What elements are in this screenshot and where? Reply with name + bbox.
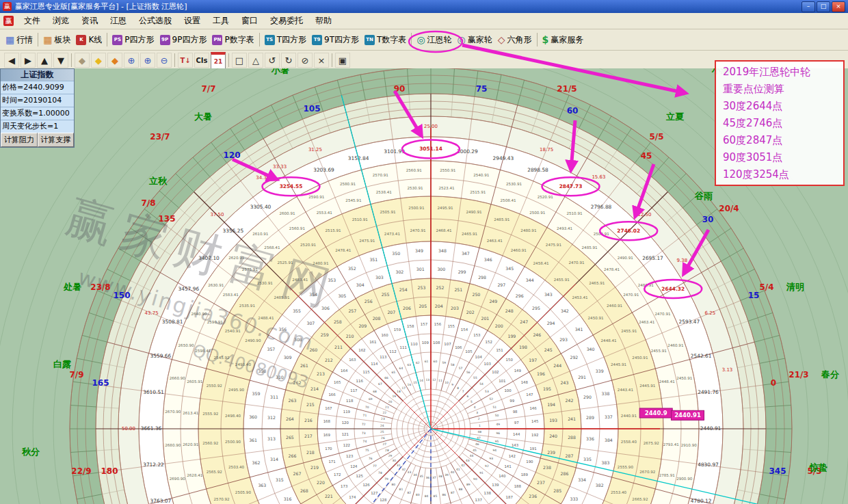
svg-text:2560.91: 2560.91 — [289, 226, 306, 230]
svg-text:2495.91: 2495.91 — [438, 206, 454, 210]
toolbar-button-赢家轮[interactable]: ◎赢家轮 — [455, 33, 495, 47]
rotate-right-icon[interactable]: ↻ — [281, 53, 296, 68]
svg-text:3712.22: 3712.22 — [143, 462, 164, 468]
svg-text:119: 119 — [343, 410, 351, 414]
rotate-left-icon[interactable]: ↺ — [265, 53, 280, 68]
menu-item-2[interactable]: 资讯 — [75, 13, 104, 29]
calc-support-button[interactable]: 计算支撑 — [38, 133, 75, 147]
svg-text:103: 103 — [484, 362, 491, 366]
svg-text:208: 208 — [373, 316, 381, 321]
menu-item-4[interactable]: 公式选股 — [133, 13, 178, 29]
toolbar-button-P数字表[interactable]: PNP数字表 — [209, 33, 256, 47]
svg-text:192: 192 — [531, 433, 538, 437]
no-draw-icon[interactable]: ⊘ — [297, 53, 313, 68]
annotation-line-3: 45度2746点 — [723, 115, 843, 132]
minimize-button[interactable]: – — [801, 1, 815, 12]
menu-item-3[interactable]: 江恩 — [104, 13, 133, 29]
svg-text:215: 215 — [306, 402, 315, 407]
svg-text:12: 12 — [432, 378, 436, 382]
svg-text:37.50: 37.50 — [210, 212, 224, 217]
svg-text:150: 150 — [506, 358, 514, 362]
svg-text:256: 256 — [365, 299, 373, 304]
svg-text:291: 291 — [578, 375, 586, 380]
info-row-0: 价格=2440.9099 — [1, 81, 74, 94]
rect-tool-icon[interactable]: □ — [232, 53, 247, 68]
svg-text:384: 384 — [605, 438, 613, 442]
svg-text:2949.43: 2949.43 — [493, 155, 514, 161]
svg-text:157: 157 — [421, 322, 427, 326]
svg-text:199: 199 — [507, 334, 516, 339]
menu-bar: 赢 文件浏览资讯江恩公式选股设置工具窗口交易委托帮助 — [0, 13, 848, 29]
svg-text:83: 83 — [416, 493, 420, 496]
svg-text:154: 154 — [461, 328, 468, 332]
svg-text:305: 305 — [338, 293, 346, 298]
svg-text:92: 92 — [485, 464, 489, 468]
select-region-icon[interactable]: ▣ — [335, 53, 350, 68]
delete-tool-icon[interactable]: × — [314, 53, 329, 68]
svg-text:168: 168 — [323, 419, 331, 423]
svg-text:2455.91: 2455.91 — [651, 349, 667, 353]
diamond-grey-icon[interactable]: ◆ — [75, 53, 90, 68]
close-button[interactable]: × — [832, 1, 845, 12]
svg-text:2535.91: 2535.91 — [239, 304, 256, 308]
toolbar-separator — [537, 33, 538, 47]
svg-text:166: 166 — [328, 393, 336, 397]
diamond-orange-icon[interactable]: ◆ — [107, 53, 122, 68]
svg-text:2491.76: 2491.76 — [698, 389, 719, 395]
menu-item-9[interactable]: 帮助 — [309, 13, 338, 29]
toolbar-button-行情[interactable]: ▦行情 — [3, 33, 36, 47]
menu-item-8[interactable]: 交易委托 — [264, 13, 309, 29]
nav-right-icon[interactable]: ▶ — [21, 53, 36, 68]
svg-text:2503.40: 2503.40 — [228, 465, 245, 469]
toolbar-button-9T四方形[interactable]: T99T四方形 — [309, 33, 362, 47]
svg-text:立秋: 立秋 — [148, 176, 168, 186]
toolbar-button-赢家服务[interactable]: $赢家服务 — [540, 33, 587, 47]
crosshair-icon[interactable]: ⊕ — [124, 53, 139, 68]
zoom-out-icon[interactable]: ⊖ — [157, 53, 172, 68]
toolbar-button-P四方形[interactable]: PSP四方形 — [109, 33, 157, 47]
svg-text:360: 360 — [249, 414, 257, 419]
svg-text:2785.91: 2785.91 — [659, 473, 676, 477]
toolbar-button-K线[interactable]: KK线 — [73, 33, 105, 47]
toolbar-button-六角形[interactable]: ◇六角形 — [495, 33, 535, 47]
calc-resistance-button[interactable]: 计算阻力 — [1, 133, 38, 147]
menu-item-7[interactable]: 窗口 — [235, 13, 264, 29]
svg-text:338: 338 — [602, 391, 610, 396]
menu-item-6[interactable]: 工具 — [207, 13, 235, 29]
toolbar-button-板块[interactable]: ▦板块 — [40, 33, 73, 47]
svg-text:26: 26 — [381, 436, 385, 440]
svg-text:70: 70 — [365, 406, 369, 409]
maximize-button[interactable]: □ — [817, 1, 830, 12]
svg-text:45: 45 — [641, 151, 652, 161]
svg-text:102: 102 — [492, 370, 499, 374]
triangle-tool-icon[interactable]: △ — [248, 53, 263, 68]
svg-text:2493.41: 2493.41 — [557, 226, 573, 230]
svg-text:355: 355 — [293, 308, 301, 313]
calendar-icon[interactable]: 21 — [211, 52, 226, 69]
diamond-yellow-icon[interactable]: ◆ — [91, 53, 106, 68]
toolbar-button-9P四方形[interactable]: 9P9P四方形 — [157, 33, 210, 47]
svg-text:40: 40 — [451, 470, 455, 474]
nav-left-icon[interactable]: ◀ — [4, 53, 19, 68]
svg-text:137: 137 — [475, 498, 482, 502]
toolbar-separator — [228, 53, 229, 67]
nav-down-icon[interactable]: ▼ — [53, 53, 68, 68]
nav-up-icon[interactable]: ▲ — [37, 53, 52, 68]
svg-text:2460.91: 2460.91 — [607, 304, 623, 308]
svg-text:2590.91: 2590.91 — [308, 195, 325, 199]
menu-item-1[interactable]: 浏览 — [47, 13, 75, 29]
text-annotation-icon[interactable]: T↓ — [178, 53, 193, 68]
svg-text:18: 18 — [397, 390, 401, 393]
svg-text:117: 117 — [350, 388, 357, 393]
zoom-in-icon[interactable]: ⊕ — [140, 53, 155, 68]
menu-item-5[interactable]: 设置 — [178, 13, 207, 29]
svg-text:218: 218 — [306, 450, 315, 455]
toolbar-button-T数字表[interactable]: TNT数字表 — [362, 33, 409, 47]
menu-item-0[interactable]: 文件 — [18, 13, 47, 29]
svg-text:2570.91: 2570.91 — [373, 173, 389, 177]
cls-button[interactable]: CIs — [194, 53, 209, 68]
toolbar-button-T四方形[interactable]: TST四方形 — [262, 33, 309, 47]
svg-text:237: 237 — [537, 480, 545, 485]
toolbar-button-江恩轮[interactable]: ◎江恩轮 — [414, 33, 454, 47]
svg-text:267: 267 — [293, 471, 302, 476]
